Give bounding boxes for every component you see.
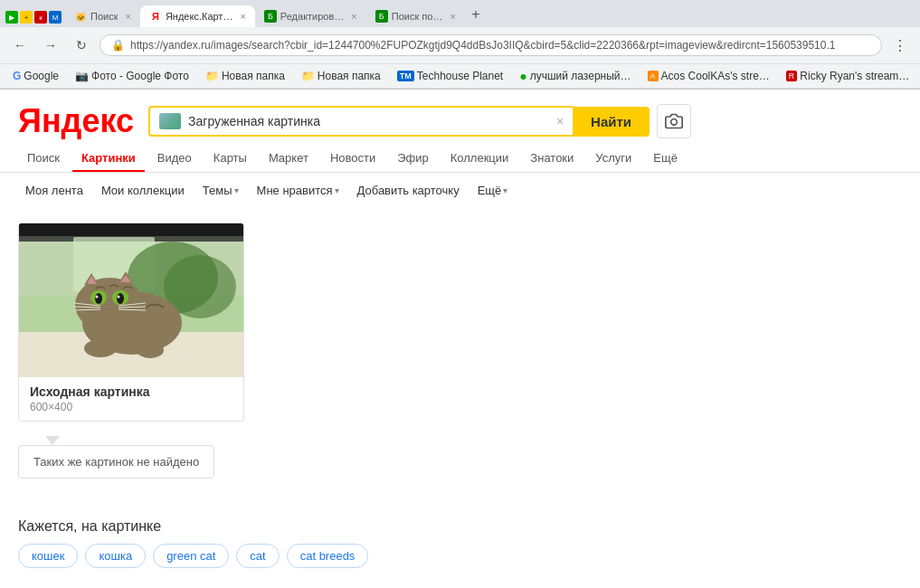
- tab-bar: ▶ + к M 🐱 Поиск × Я Яндекс.Карт… × Б Ред…: [0, 0, 920, 27]
- ricky-favicon: R: [786, 71, 798, 81]
- nav-item-novosti[interactable]: Новости: [321, 146, 384, 172]
- sec-nav-moi-kollektsii[interactable]: Мои коллекции: [94, 180, 192, 201]
- nav-item-uslugi[interactable]: Услуги: [586, 146, 640, 172]
- tag-koshka[interactable]: кошка: [85, 544, 146, 568]
- bookmark-google[interactable]: G Google: [7, 68, 64, 84]
- address-bar[interactable]: 🔒 https://yandex.ru/images/search?cbir_i…: [100, 34, 882, 56]
- yandex-logo[interactable]: Яндекс: [18, 102, 134, 140]
- chevron-down-icon3: ▾: [503, 185, 507, 195]
- sec-nav-moya-lenta[interactable]: Моя лента: [18, 180, 90, 201]
- taskbar-icon[interactable]: ▶: [5, 11, 18, 24]
- tag-koshek[interactable]: кошек: [18, 544, 78, 568]
- bookmark-lazer[interactable]: ● лучший лазерный…: [514, 67, 636, 85]
- tab-favicon: 🐱: [74, 10, 87, 23]
- no-results-text: Таких же картинок не найдено: [33, 455, 199, 469]
- search-text-display[interactable]: Загруженная картинка: [188, 114, 549, 128]
- techhouse-favicon: TM: [397, 71, 414, 81]
- tab-search[interactable]: Б Поиск по… ×: [366, 5, 465, 27]
- search-clear-icon[interactable]: ×: [556, 114, 564, 128]
- new-tab-button[interactable]: +: [465, 5, 487, 27]
- image-card-title: Исходная картинка: [30, 384, 232, 399]
- photos-favicon: 📷: [75, 70, 89, 82]
- search-button[interactable]: Найти: [573, 107, 650, 137]
- camera-button[interactable]: [657, 104, 691, 138]
- tab-close-active-icon[interactable]: ×: [240, 11, 245, 22]
- main-content: Исходная картинка 600×400 Таких же карти…: [0, 208, 920, 583]
- tab-close-edit-icon[interactable]: ×: [351, 11, 356, 22]
- nav-item-kollektsii[interactable]: Коллекции: [441, 146, 518, 172]
- tab-close-search-icon[interactable]: ×: [450, 11, 455, 22]
- bookmark-label: лучший лазерный…: [530, 70, 631, 82]
- tags-list: кошек кошка green cat cat cat breeds: [18, 544, 902, 568]
- bookmark-ricky[interactable]: R Ricky Ryan's stream…: [781, 68, 915, 84]
- sec-nav-eshche[interactable]: Ещё ▾: [470, 180, 516, 201]
- image-result-card[interactable]: Исходная картинка 600×400: [18, 223, 244, 422]
- yandex-page: Яндекс Загруженная картинка × Найти П: [0, 90, 920, 583]
- reload-button[interactable]: ↻: [69, 33, 94, 58]
- address-text: https://yandex.ru/images/search?cbir_id=…: [130, 39, 870, 52]
- bookmark-folder2[interactable]: 📁 Новая папка: [296, 68, 386, 84]
- nav-item-market[interactable]: Маркет: [260, 146, 318, 172]
- tab-yandex-active[interactable]: Я Яндекс.Карт… ×: [140, 5, 255, 27]
- bookmark-label: Новая папка: [318, 70, 381, 82]
- tags-section: Кажется, на картинке кошек кошка green c…: [18, 518, 902, 568]
- bookmark-acos[interactable]: A Acos CoolKAs's stre…: [642, 68, 775, 84]
- tab-edit[interactable]: Б Редактиров… ×: [255, 5, 366, 27]
- tab-favicon-search: Б: [375, 10, 388, 23]
- no-results-box: Таких же картинок не найдено: [18, 445, 214, 479]
- forward-button[interactable]: →: [38, 33, 63, 58]
- svg-point-10: [75, 278, 144, 332]
- sec-nav-temy[interactable]: Темы ▾: [195, 180, 246, 201]
- browser-toolbar: ← → ↻ 🔒 https://yandex.ru/images/search?…: [0, 27, 920, 64]
- yandex-nav: Поиск Картинки Видео Карты Маркет Новост…: [0, 140, 920, 173]
- bookmark-techhouse[interactable]: TM Techhouse Planet: [392, 68, 508, 84]
- bookmark-photos[interactable]: 📷 Фото - Google Фото: [70, 68, 194, 84]
- taskbar-icon[interactable]: к: [34, 11, 47, 24]
- svg-point-17: [95, 293, 102, 304]
- taskbar-icon[interactable]: +: [20, 11, 33, 24]
- bookmark-label: Acos CoolKAs's stre…: [661, 70, 770, 82]
- bookmark-label: Techhouse Planet: [417, 70, 503, 82]
- nav-item-kartinki[interactable]: Картинки: [72, 146, 145, 172]
- thumb-img: [159, 113, 181, 129]
- sec-nav-temy-label: Темы: [203, 184, 232, 197]
- secondary-nav: Моя лента Мои коллекции Темы ▾ Мне нрави…: [0, 173, 920, 208]
- back-button[interactable]: ←: [7, 33, 33, 58]
- search-image-thumb: [159, 113, 181, 129]
- svg-point-0: [671, 119, 678, 126]
- bookmark-label: Ricky Ryan's stream…: [800, 70, 909, 82]
- cat-svg: [19, 223, 244, 377]
- search-input-wrap[interactable]: Загруженная картинка ×: [148, 106, 573, 137]
- taskbar-icon[interactable]: M: [49, 11, 62, 24]
- acos-favicon: A: [648, 71, 659, 81]
- nav-item-eshche[interactable]: Ещё: [644, 146, 687, 172]
- google-favicon: G: [13, 70, 21, 82]
- tag-cat[interactable]: cat: [236, 544, 279, 568]
- nav-item-efir[interactable]: Эфир: [388, 146, 438, 172]
- tab-label: Поиск: [90, 11, 118, 22]
- chevron-down-icon2: ▾: [335, 185, 339, 195]
- folder-favicon2: 📁: [301, 70, 315, 82]
- bookmark-folder1[interactable]: 📁 Новая папка: [200, 68, 290, 84]
- nav-item-video[interactable]: Видео: [148, 146, 201, 172]
- sec-nav-eshche-label: Ещё: [478, 184, 502, 197]
- tab-close-icon[interactable]: ×: [125, 11, 130, 22]
- bookmark-label: Фото - Google Фото: [91, 70, 189, 82]
- svg-point-28: [84, 339, 117, 357]
- nav-item-poisk[interactable]: Поиск: [18, 146, 69, 172]
- sec-nav-mne-nravitsya[interactable]: Мне нравится ▾: [250, 180, 346, 201]
- tag-cat-breeds[interactable]: cat breeds: [287, 544, 369, 568]
- tab-label-search: Поиск по…: [392, 11, 443, 22]
- image-card-info: Исходная картинка 600×400: [19, 377, 243, 421]
- tags-heading: Кажется, на картинке: [18, 518, 902, 535]
- tab-koshka[interactable]: 🐱 Поиск ×: [65, 5, 140, 27]
- sec-nav-mne-label: Мне нравится: [257, 184, 333, 197]
- nav-item-znatoki[interactable]: Знатоки: [521, 146, 583, 172]
- extensions-button[interactable]: ⋮: [887, 33, 913, 58]
- svg-point-18: [117, 293, 124, 304]
- tag-green-cat[interactable]: green cat: [153, 544, 229, 568]
- image-result-thumbnail: [19, 223, 244, 377]
- sec-nav-dobavit[interactable]: Добавить карточку: [350, 180, 467, 201]
- nav-item-karty[interactable]: Карты: [204, 146, 256, 172]
- browser-chrome: ▶ + к M 🐱 Поиск × Я Яндекс.Карт… × Б Ред…: [0, 0, 920, 90]
